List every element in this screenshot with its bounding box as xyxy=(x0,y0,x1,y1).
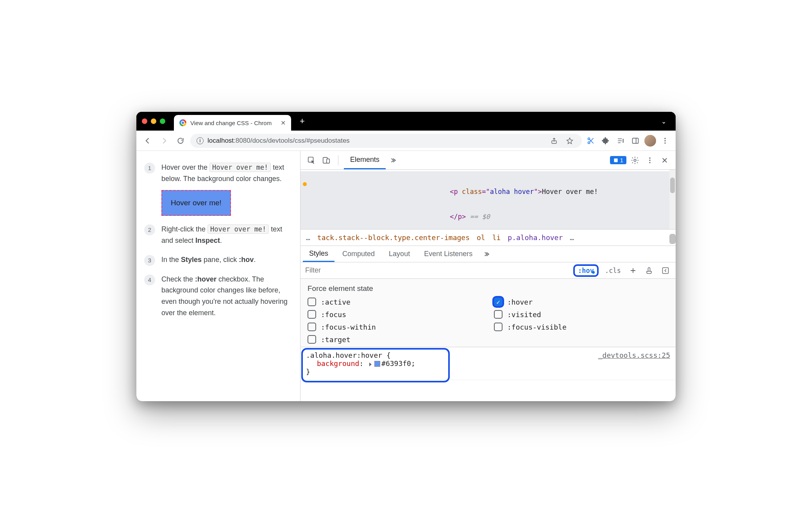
svg-point-4 xyxy=(664,138,665,139)
crumb-item-active[interactable]: p.aloha.hover xyxy=(508,233,563,242)
rule-source-link[interactable]: _devtools.scss:25 xyxy=(598,351,670,359)
scissors-icon[interactable] xyxy=(585,135,597,147)
scrollbar[interactable] xyxy=(669,170,676,229)
dom-muted: == xyxy=(466,213,482,221)
step-text: In the xyxy=(161,256,181,264)
rule-value[interactable]: #6393f0 xyxy=(381,359,411,368)
devtools-toolbar: Elements 1 xyxy=(300,151,676,170)
rule-selector[interactable]: .aloha.hover:hover xyxy=(306,351,382,359)
cls-toggle[interactable]: .cls xyxy=(603,267,623,274)
svg-rect-9 xyxy=(327,159,329,163)
tab-styles[interactable]: Styles xyxy=(303,246,334,262)
chrome-menu-icon[interactable] xyxy=(659,135,671,147)
dom-tag: <p xyxy=(450,188,462,196)
checkbox-visited[interactable]: :visited xyxy=(494,310,669,319)
crumb-item[interactable]: ol xyxy=(477,233,485,242)
site-info-icon[interactable]: i xyxy=(197,137,204,144)
hov-toggle[interactable]: :hov xyxy=(573,264,599,277)
forced-state-dot-icon xyxy=(303,182,307,186)
css-rule[interactable]: _devtools.scss:25 .aloha.hover:hover { b… xyxy=(300,347,676,380)
step-number: 3 xyxy=(144,255,155,266)
svg-point-1 xyxy=(588,138,590,140)
dom-tree[interactable]: <p class="aloha hover">Hover over me! </… xyxy=(300,170,676,230)
share-icon[interactable] xyxy=(548,135,560,147)
styles-filter-input[interactable] xyxy=(304,266,569,275)
scrollbar[interactable] xyxy=(669,234,676,244)
reload-button[interactable] xyxy=(174,134,187,147)
tab-elements[interactable]: Elements xyxy=(344,151,386,169)
profile-avatar[interactable] xyxy=(644,135,656,147)
step-text: Right-click the xyxy=(161,225,207,233)
rule-brace: { xyxy=(382,351,391,359)
hover-demo-box[interactable]: Hover over me! xyxy=(161,190,231,216)
close-devtools-icon[interactable] xyxy=(658,154,671,167)
content-area: 1 Hover over the Hover over me! text bel… xyxy=(136,151,676,401)
close-window-icon[interactable] xyxy=(142,118,147,124)
close-tab-icon[interactable]: ✕ xyxy=(281,119,286,127)
crumb-ellipsis[interactable]: … xyxy=(306,233,310,242)
side-panel-icon[interactable] xyxy=(630,135,641,147)
tab-overflow-icon[interactable]: ⌄ xyxy=(657,118,670,125)
more-tabs-icon[interactable] xyxy=(388,154,401,167)
svg-point-13 xyxy=(649,160,650,161)
checkbox-focus-within[interactable]: :focus-within xyxy=(308,323,482,331)
browser-tab[interactable]: View and change CSS - Chrom ✕ xyxy=(174,115,291,131)
svg-point-12 xyxy=(649,157,650,158)
browser-toolbar: i localhost:8080/docs/devtools/css/#pseu… xyxy=(136,131,676,151)
step-text: Hover over the xyxy=(161,163,209,171)
rule-semi: ; xyxy=(411,359,415,368)
maximize-window-icon[interactable] xyxy=(160,118,165,124)
tab-event-listeners[interactable]: Event Listeners xyxy=(418,246,479,262)
checkbox-active[interactable]: :active xyxy=(308,298,482,306)
forward-button[interactable] xyxy=(157,134,171,147)
device-toolbar-icon[interactable] xyxy=(320,154,333,167)
bookmark-icon[interactable] xyxy=(564,135,576,147)
styles-tabs: Styles Computed Layout Event Listeners xyxy=(300,246,676,262)
svg-rect-10 xyxy=(614,158,617,162)
tab-computed[interactable]: Computed xyxy=(336,246,381,262)
checkbox-focus[interactable]: :focus xyxy=(308,310,482,319)
crumb-ellipsis[interactable]: … xyxy=(570,233,574,242)
page-content: 1 Hover over the Hover over me! text bel… xyxy=(136,151,300,401)
new-tab-button[interactable]: + xyxy=(294,116,310,126)
dom-string: aloha hover xyxy=(490,188,534,196)
crumb-item[interactable]: tack.stack--block.type.center-images xyxy=(317,233,470,242)
breadcrumb[interactable]: … tack.stack--block.type.center-images o… xyxy=(300,230,676,246)
address-bar[interactable]: i localhost:8080/docs/devtools/css/#pseu… xyxy=(190,134,582,148)
computed-sidebar-icon[interactable] xyxy=(659,267,672,274)
devtools-menu-icon[interactable] xyxy=(644,154,656,167)
step-4: 4 Check the :hover checkbox. The backgro… xyxy=(144,274,291,319)
expand-shorthand-icon[interactable] xyxy=(369,362,372,366)
browser-window: View and change CSS - Chrom ✕ + ⌄ i loca… xyxy=(136,112,676,401)
issues-chip[interactable]: 1 xyxy=(610,156,626,164)
step-3: 3 In the Styles pane, click :hov. xyxy=(144,254,291,266)
rule-property[interactable]: background xyxy=(317,359,359,368)
checkbox-hover[interactable]: :hover xyxy=(494,298,669,306)
color-swatch[interactable] xyxy=(374,361,380,367)
paint-brush-icon[interactable] xyxy=(643,267,655,274)
inline-code: Hover over me! xyxy=(207,224,269,234)
crumb-item[interactable]: li xyxy=(492,233,501,242)
more-subtabs-icon[interactable] xyxy=(480,251,495,258)
tab-layout[interactable]: Layout xyxy=(383,246,416,262)
step-1: 1 Hover over the Hover over me! text bel… xyxy=(144,162,291,216)
url-text: localhost:8080/docs/devtools/css/#pseudo… xyxy=(207,137,544,145)
inspect-element-icon[interactable] xyxy=(305,154,318,167)
dom-tag: </p> xyxy=(450,213,466,221)
checkbox-target[interactable]: :target xyxy=(308,335,482,344)
settings-icon[interactable] xyxy=(629,154,641,167)
extensions-icon[interactable] xyxy=(600,135,612,147)
back-button[interactable] xyxy=(141,134,154,147)
svg-point-6 xyxy=(664,142,665,143)
reading-list-icon[interactable] xyxy=(615,135,626,147)
step-number: 4 xyxy=(144,274,155,285)
devtools-panel: Elements 1 xyxy=(300,151,676,401)
new-style-rule-icon[interactable] xyxy=(627,267,639,274)
step-2: 2 Right-click the Hover over me! text an… xyxy=(144,224,291,246)
step-number: 2 xyxy=(144,224,155,235)
svg-rect-3 xyxy=(633,138,639,143)
svg-rect-15 xyxy=(663,267,669,273)
checkbox-focus-visible[interactable]: :focus-visible xyxy=(494,323,669,331)
dom-text: Hover over me! xyxy=(542,188,598,196)
minimize-window-icon[interactable] xyxy=(151,118,156,124)
